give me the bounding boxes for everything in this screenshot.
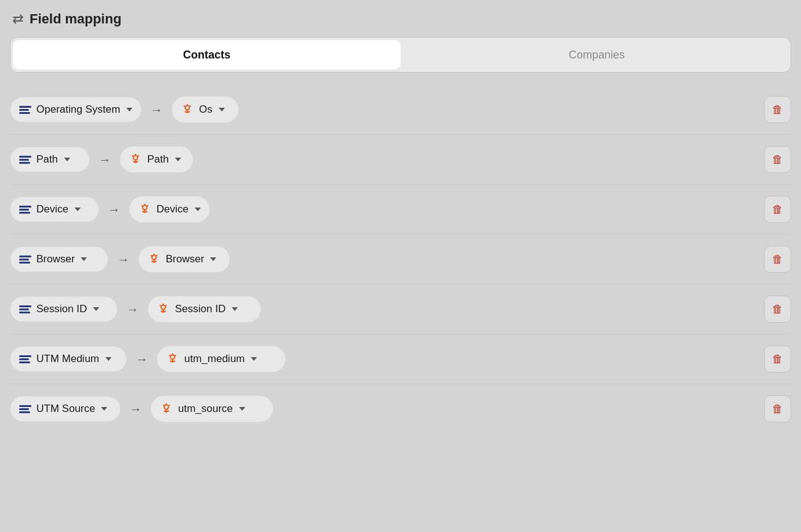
- svg-line-48: [163, 405, 165, 406]
- delete-button[interactable]: 🗑: [764, 345, 791, 373]
- svg-line-13: [132, 156, 134, 157]
- svg-line-6: [184, 106, 185, 107]
- left-field-label: Session ID: [36, 303, 87, 315]
- right-field-label: Path: [147, 153, 169, 166]
- left-field-label: Browser: [36, 253, 75, 265]
- svg-line-27: [151, 256, 152, 257]
- hubspot-icon: [147, 252, 161, 266]
- right-field-label: Device: [157, 203, 189, 216]
- delete-button[interactable]: 🗑: [764, 196, 791, 223]
- svg-point-35: [171, 355, 175, 360]
- arrow-icon: →: [129, 402, 142, 416]
- right-field-label: utm_source: [178, 403, 233, 415]
- right-field-utm-medium[interactable]: utm_medium: [157, 345, 286, 373]
- hubspot-icon: [138, 203, 152, 216]
- tab-contacts[interactable]: Contacts: [13, 40, 400, 70]
- svg-line-5: [190, 106, 191, 107]
- chevron-down-icon: [195, 208, 201, 211]
- hubspot-icon: [166, 352, 179, 366]
- svg-line-40: [175, 355, 176, 357]
- svg-point-14: [143, 206, 147, 210]
- page-title: Field mapping: [30, 11, 121, 27]
- trash-icon: 🗑: [772, 203, 783, 216]
- arrow-icon: →: [150, 103, 163, 117]
- delete-button[interactable]: 🗑: [764, 395, 791, 422]
- chevron-down-icon: [75, 208, 81, 211]
- arrow-icon: →: [136, 352, 148, 366]
- left-field-operating-system[interactable]: Operating System: [10, 97, 142, 123]
- left-field-utm-medium[interactable]: UTM Medium: [10, 346, 127, 372]
- left-field-label: Operating System: [36, 103, 120, 116]
- right-field-device[interactable]: Device: [129, 196, 210, 223]
- svg-point-0: [185, 106, 190, 110]
- svg-line-47: [169, 405, 170, 406]
- hubspot-icon: [157, 302, 170, 316]
- left-field-label: UTM Source: [36, 403, 95, 415]
- chevron-down-icon: [105, 357, 112, 361]
- transfer-icon: ⇄: [12, 11, 23, 27]
- left-field-utm-source[interactable]: UTM Source: [10, 396, 121, 422]
- chevron-down-icon: [232, 307, 238, 311]
- trash-icon: 🗑: [772, 153, 783, 166]
- mapping-list: Operating System → Os 🗑: [0, 85, 801, 433]
- delete-button[interactable]: 🗑: [764, 246, 791, 273]
- svg-line-20: [142, 206, 143, 207]
- left-field-path[interactable]: Path: [10, 147, 90, 172]
- left-field-label: Path: [36, 153, 58, 166]
- svg-line-19: [147, 206, 148, 207]
- table-row: UTM Source → utm_source 🗑: [10, 384, 791, 433]
- left-field-label: UTM Medium: [36, 353, 99, 365]
- svg-line-34: [160, 305, 161, 307]
- page: ⇄ Field mapping Contacts Companies Opera…: [0, 0, 801, 532]
- right-field-session-id[interactable]: Session ID: [147, 296, 261, 323]
- chevron-down-icon: [210, 257, 216, 261]
- tab-companies[interactable]: Companies: [403, 38, 791, 72]
- chevron-down-icon: [239, 407, 245, 411]
- right-field-path[interactable]: Path: [120, 146, 193, 173]
- waves-icon: [19, 305, 31, 313]
- chevron-down-icon: [101, 407, 107, 411]
- table-row: Session ID → Session ID 🗑: [10, 284, 791, 334]
- trash-icon: 🗑: [772, 303, 783, 316]
- right-field-label: Browser: [166, 253, 204, 265]
- arrow-icon: →: [108, 203, 120, 217]
- svg-point-28: [161, 305, 166, 310]
- table-row: Device → Device 🗑: [10, 185, 791, 235]
- svg-point-21: [152, 256, 157, 260]
- chevron-down-icon: [175, 158, 181, 161]
- arrow-icon: →: [117, 252, 129, 267]
- trash-icon: 🗑: [772, 403, 783, 416]
- chevron-down-icon: [126, 108, 132, 111]
- chevron-down-icon: [93, 307, 99, 311]
- trash-icon: 🗑: [772, 103, 783, 116]
- table-row: Operating System → Os 🗑: [10, 85, 791, 135]
- table-row: Path → Path 🗑: [10, 135, 791, 185]
- svg-line-41: [169, 355, 171, 357]
- arrow-icon: →: [126, 302, 139, 316]
- waves-icon: [19, 405, 31, 413]
- left-field-device[interactable]: Device: [10, 196, 99, 222]
- waves-icon: [19, 156, 31, 164]
- delete-button[interactable]: 🗑: [764, 96, 791, 123]
- delete-button[interactable]: 🗑: [764, 146, 791, 173]
- delete-button[interactable]: 🗑: [764, 296, 791, 323]
- chevron-down-icon: [81, 257, 87, 261]
- table-row: UTM Medium → utm_medium 🗑: [10, 334, 791, 384]
- waves-icon: [19, 106, 31, 114]
- right-field-os[interactable]: Os: [171, 96, 239, 123]
- right-field-label: Session ID: [175, 303, 226, 315]
- table-row: Browser → Browser 🗑: [10, 235, 791, 284]
- trash-icon: 🗑: [772, 253, 783, 266]
- right-field-utm-source[interactable]: utm_source: [150, 395, 274, 422]
- right-field-browser[interactable]: Browser: [138, 246, 230, 273]
- right-field-label: utm_medium: [184, 353, 245, 365]
- hubspot-icon: [160, 402, 173, 416]
- right-field-label: Os: [199, 103, 213, 116]
- left-field-browser[interactable]: Browser: [10, 246, 108, 272]
- waves-icon: [19, 256, 31, 264]
- hubspot-icon: [129, 153, 142, 166]
- hubspot-icon: [181, 103, 194, 116]
- trash-icon: 🗑: [772, 353, 783, 366]
- left-field-session-id[interactable]: Session ID: [10, 296, 118, 322]
- arrow-icon: →: [99, 153, 111, 167]
